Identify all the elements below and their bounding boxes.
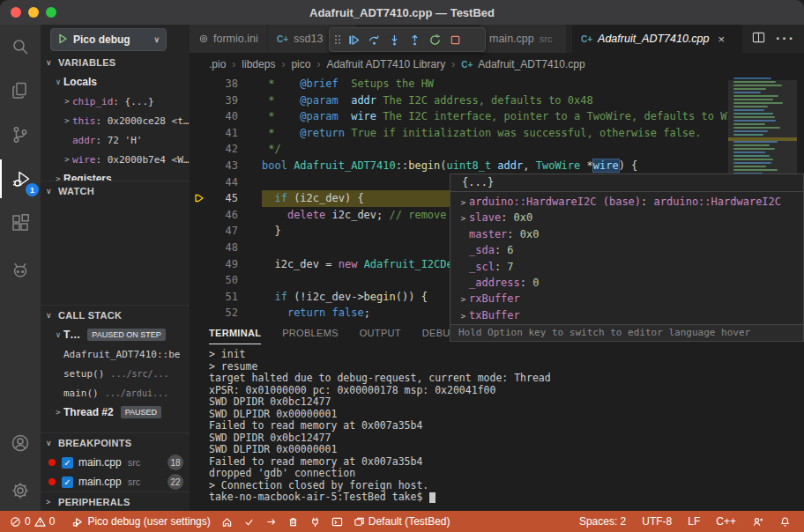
- step-out-button[interactable]: [405, 29, 425, 50]
- language-mode-status[interactable]: C++: [711, 515, 741, 528]
- code-line-43[interactable]: 43bool Adafruit_ADT7410::begin(uint8_t a…: [190, 158, 804, 174]
- callstack-frame-row[interactable]: main().../ardui...: [41, 383, 190, 403]
- line-number[interactable]: 39: [209, 92, 238, 109]
- eol-status[interactable]: LF: [683, 515, 704, 528]
- registers-group-clipped[interactable]: > Registers: [41, 169, 190, 181]
- line-number[interactable]: 45: [209, 190, 238, 207]
- line-number[interactable]: 43: [209, 158, 238, 174]
- problems-status[interactable]: 0 0: [5, 515, 59, 528]
- line-number[interactable]: 51: [209, 289, 238, 306]
- pio-build-button[interactable]: [239, 516, 259, 528]
- encoding-status[interactable]: UTF-8: [637, 515, 676, 528]
- watch-section-header[interactable]: ∨ WATCH: [41, 181, 190, 201]
- hover-variable-row[interactable]: _sda: 6: [450, 242, 803, 258]
- breakpoint-margin[interactable]: [190, 108, 209, 125]
- line-number[interactable]: 40: [209, 108, 238, 125]
- restart-button[interactable]: [425, 29, 445, 50]
- breakpoint-row[interactable]: ✓main.cppsrc22: [41, 472, 190, 491]
- tab-terminal[interactable]: TERMINAL: [209, 328, 261, 344]
- line-number[interactable]: 38: [209, 76, 238, 92]
- variable-row[interactable]: >wire: 0x2000b7e4 <W…: [41, 150, 190, 169]
- pio-serial-monitor-button[interactable]: [305, 516, 325, 528]
- platformio-icon[interactable]: [0, 252, 41, 291]
- step-into-button[interactable]: [384, 29, 405, 50]
- debug-config-picker[interactable]: Pico debug ∨: [50, 28, 167, 51]
- line-number[interactable]: 46: [209, 207, 238, 224]
- pio-home-button[interactable]: [217, 516, 237, 528]
- line-number[interactable]: 50: [209, 272, 238, 289]
- account-icon[interactable]: [0, 424, 41, 462]
- explorer-icon[interactable]: [0, 71, 41, 110]
- more-actions-icon[interactable]: ···: [776, 31, 795, 47]
- tab-output[interactable]: OUTPUT: [360, 328, 401, 344]
- breakpoint-margin[interactable]: [190, 174, 209, 191]
- extensions-icon[interactable]: [0, 203, 41, 242]
- breakpoint-margin[interactable]: [190, 240, 209, 256]
- hover-variable-row[interactable]: >slave: 0x0: [450, 210, 803, 225]
- breakpoint-margin[interactable]: [190, 76, 209, 92]
- continue-button[interactable]: [344, 29, 364, 50]
- search-icon[interactable]: [0, 27, 41, 66]
- callstack-frame-row[interactable]: setup().../src/...: [41, 364, 190, 383]
- terminal-output[interactable]: > init> resumetarget halted due to debug…: [190, 344, 804, 504]
- breadcrumb-item[interactable]: .pio: [209, 58, 226, 70]
- pio-terminal-button[interactable]: [327, 516, 347, 528]
- split-editor-icon[interactable]: [752, 31, 765, 48]
- code-line-39[interactable]: 39 * @param addr The I2C address, defaul…: [190, 92, 804, 109]
- variable-row[interactable]: >chip_id: {...}: [41, 92, 190, 111]
- breakpoint-margin[interactable]: [190, 190, 209, 207]
- breakpoint-margin[interactable]: [190, 272, 209, 289]
- pio-upload-button[interactable]: [261, 516, 281, 528]
- line-number[interactable]: 41: [209, 125, 238, 142]
- locals-group[interactable]: ∨ Locals: [41, 72, 190, 92]
- indentation-status[interactable]: Spaces: 2: [575, 515, 630, 528]
- step-over-button[interactable]: [364, 29, 384, 50]
- breadcrumb-item[interactable]: pico: [291, 58, 310, 70]
- line-number[interactable]: 52: [209, 305, 238, 321]
- variable-row[interactable]: >this: 0x2000ce28 <t…: [41, 111, 190, 130]
- line-number[interactable]: 42: [209, 141, 238, 158]
- callstack-section-header[interactable]: ∨ CALL STACK: [41, 305, 190, 325]
- peripherals-section-header[interactable]: > PERIPHERALS: [41, 491, 190, 511]
- breakpoints-section-header[interactable]: ∨ BREAKPOINTS: [41, 432, 190, 453]
- callstack-thread-row[interactable]: ∨T…PAUSED ON STEP: [41, 325, 190, 344]
- breakpoint-margin[interactable]: [190, 92, 209, 109]
- line-number[interactable]: 44: [209, 174, 238, 191]
- feedback-icon[interactable]: [748, 516, 768, 528]
- source-control-icon[interactable]: [0, 115, 41, 154]
- breadcrumb-file[interactable]: Adafruit_ADT7410.cpp: [478, 58, 584, 70]
- hover-variable-row[interactable]: _address: 0: [450, 275, 803, 291]
- breadcrumb-item[interactable]: Adafruit ADT7410 Library: [326, 58, 445, 70]
- hover-variable-row[interactable]: >txBuffer: [450, 307, 803, 323]
- code-line-38[interactable]: 38 * @brief Setups the HW: [190, 76, 804, 92]
- drag-handle-icon[interactable]: [331, 29, 344, 50]
- breakpoint-margin[interactable]: [190, 305, 209, 321]
- run-debug-icon[interactable]: 1: [0, 159, 42, 198]
- breakpoint-margin[interactable]: [190, 207, 209, 224]
- breakpoint-margin[interactable]: [190, 125, 209, 142]
- line-number[interactable]: 47: [209, 223, 238, 240]
- minimap-slider[interactable]: [728, 80, 797, 184]
- settings-gear-icon[interactable]: [0, 471, 41, 510]
- stop-button[interactable]: [445, 29, 465, 50]
- hover-variable-row[interactable]: >rxBuffer: [450, 291, 803, 307]
- tab-main-cpp[interactable]: main.cpp src: [480, 25, 566, 53]
- breakpoint-margin[interactable]: [190, 289, 209, 306]
- hover-variable-row[interactable]: master: 0x0: [450, 226, 803, 242]
- breadcrumb-item[interactable]: libdeps: [242, 58, 275, 70]
- pio-clean-button[interactable]: [283, 516, 303, 528]
- code-line-40[interactable]: 40 * @param wire The I2C interface, poin…: [190, 108, 804, 125]
- breakpoint-margin[interactable]: [190, 158, 209, 174]
- debug-status[interactable]: Pico debug (user settings): [68, 515, 214, 528]
- tab-adafruit-adt7410-cpp[interactable]: C+ Adafruit_ADT7410.cpp ×: [572, 25, 742, 53]
- callstack-frame-row[interactable]: Adafruit_ADT7410::be: [41, 344, 190, 364]
- breakpoint-margin[interactable]: [190, 141, 209, 158]
- code-line-42[interactable]: 42 */: [190, 141, 804, 158]
- line-number[interactable]: 49: [209, 256, 238, 273]
- variable-row[interactable]: addr: 72 'H': [41, 130, 190, 150]
- notifications-bell-icon[interactable]: [775, 516, 795, 528]
- hover-variable-row[interactable]: >arduino::HardwareI2C (base): arduino::H…: [450, 194, 803, 210]
- close-tab-icon[interactable]: ×: [718, 33, 726, 46]
- breakpoint-margin[interactable]: [190, 223, 209, 240]
- start-debug-icon[interactable]: [57, 33, 68, 47]
